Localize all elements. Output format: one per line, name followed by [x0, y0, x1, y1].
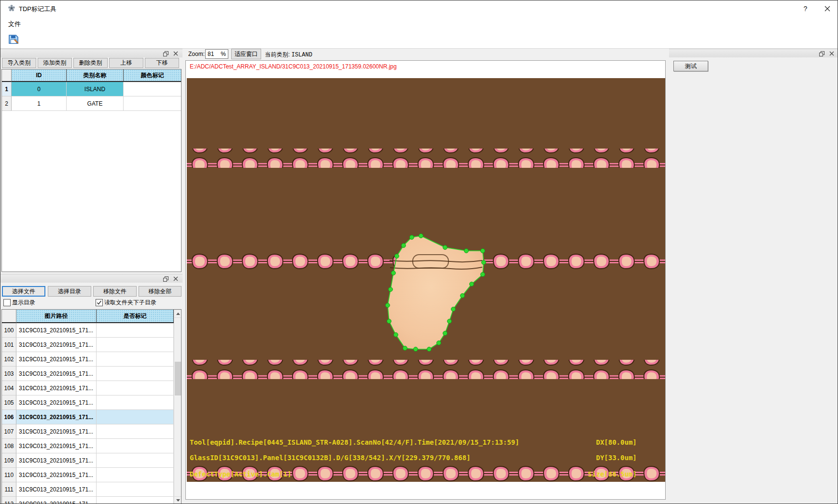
category-color-cell[interactable] — [124, 96, 181, 111]
category-row-header[interactable]: 2 — [2, 96, 12, 111]
close-panel-icon[interactable] — [172, 50, 179, 57]
close-panel-icon[interactable] — [828, 50, 835, 57]
file-path-cell[interactable]: 31C9C013_20210915_171... — [16, 367, 97, 381]
circuit-trace-row — [187, 149, 665, 168]
zoom-value: 81 — [208, 51, 214, 57]
category-dock-titlebar — [0, 49, 182, 57]
overlay-dx: DX[80.0um] — [596, 438, 637, 446]
menu-file[interactable]: 文件 — [4, 18, 25, 28]
col-header-name[interactable]: 类别名称 — [67, 69, 124, 82]
overlay-line1: Tool[eqpid].Recipe[0445_ISLAND_STR-A028]… — [190, 438, 519, 447]
current-category-label: 当前类别: ISLAND — [265, 51, 312, 59]
file-marked-cell[interactable] — [97, 468, 174, 482]
window-title: TDP标记工具 — [19, 5, 56, 14]
file-path-cell[interactable]: 31C9C013_20210915_171... — [16, 439, 97, 453]
category-id-cell[interactable]: 1 — [12, 96, 67, 111]
scroll-up-icon[interactable] — [174, 310, 182, 318]
close-icon — [824, 6, 830, 12]
file-path-cell[interactable]: 31C9C013_20210915_171... — [16, 381, 97, 395]
file-path-cell[interactable]: 31C9C013_20210915_171... — [16, 323, 97, 338]
read-subdir-label: 读取文件夹下子目录 — [104, 299, 156, 307]
zoom-input[interactable]: 81 % — [205, 49, 228, 59]
file-marked-cell[interactable] — [97, 352, 174, 367]
file-path-cell-selected[interactable]: 31C9C013_20210915_171... — [16, 410, 97, 424]
select-file-button[interactable]: 选择文件 — [2, 286, 45, 297]
category-name-cell[interactable]: ISLAND — [67, 82, 124, 96]
fit-window-button[interactable]: 适应窗口 — [231, 49, 261, 59]
file-path-cell[interactable]: 31C9C013_20210915_171... — [16, 424, 97, 439]
file-list-scrollbar[interactable] — [174, 310, 182, 504]
defect-image[interactable]: Tool[eqpid].Recipe[0445_ISLAND_STR-A028]… — [187, 78, 665, 482]
current-category-value: ISLAND — [292, 52, 312, 58]
file-path-cell[interactable]: 31C9C013_20210915_171... — [16, 482, 97, 497]
file-marked-cell[interactable] — [97, 338, 174, 352]
file-path-cell[interactable]: 31C9C013_20210915_171... — [16, 338, 97, 352]
float-panel-icon[interactable] — [162, 275, 169, 282]
file-row-header[interactable]: 107 — [2, 424, 16, 439]
close-panel-icon[interactable] — [172, 275, 179, 282]
app-window: TDP标记工具 ? 文件 导入类别 添加类别 删除类别 上移 下移 — [0, 0, 838, 504]
file-path-cell[interactable]: 31C9C013_20210915_171... — [16, 468, 97, 482]
remove-category-button[interactable]: 删除类别 — [73, 58, 108, 68]
file-marked-cell[interactable] — [97, 395, 174, 410]
file-marked-cell[interactable] — [97, 482, 174, 497]
float-panel-icon[interactable] — [818, 50, 825, 57]
category-color-cell[interactable] — [124, 82, 181, 96]
file-row-header[interactable]: 104 — [2, 381, 16, 395]
file-row-header[interactable]: 111 — [2, 482, 16, 497]
move-up-button[interactable]: 上移 — [109, 58, 143, 68]
file-path-cell[interactable]: 31C9C013_20210915_171... — [16, 352, 97, 367]
col-header-id[interactable]: ID — [12, 69, 67, 82]
checkbox-checked-icon — [96, 299, 103, 306]
file-row-header[interactable]: 102 — [2, 352, 16, 367]
add-category-button[interactable]: 添加类别 — [38, 58, 72, 68]
file-row-header[interactable]: 100 — [2, 323, 16, 338]
import-category-button[interactable]: 导入类别 — [2, 58, 36, 68]
move-down-button[interactable]: 下移 — [145, 58, 179, 68]
file-row-header[interactable]: 105 — [2, 395, 16, 410]
col-header-path[interactable]: 图片路径 — [16, 310, 97, 323]
file-marked-cell[interactable] — [97, 497, 174, 504]
test-button[interactable]: 测试 — [673, 61, 708, 71]
select-dir-button[interactable]: 选择目录 — [48, 286, 91, 297]
file-path-cell[interactable]: 31C9C013_20210915_171... — [16, 497, 97, 504]
category-row-header[interactable]: 1 — [2, 82, 12, 96]
file-marked-cell[interactable] — [97, 424, 174, 439]
remove-all-button[interactable]: 移除全部 — [139, 286, 182, 297]
float-panel-icon[interactable] — [162, 50, 169, 57]
category-id-cell[interactable]: 0 — [12, 82, 67, 96]
read-subdir-checkbox[interactable] — [96, 299, 103, 307]
zoom-label: Zoom: — [188, 51, 205, 57]
scrollbar-thumb[interactable] — [175, 362, 181, 395]
file-marked-cell[interactable] — [97, 381, 174, 395]
file-table-corner — [2, 310, 16, 323]
file-path-cell[interactable]: 31C9C013_20210915_171... — [16, 395, 97, 410]
file-path-cell[interactable]: 31C9C013_20210915_171... — [16, 453, 97, 468]
save-button[interactable] — [6, 32, 21, 46]
file-marked-cell[interactable] — [97, 367, 174, 381]
file-marked-cell[interactable] — [97, 453, 174, 468]
main-toolbar — [0, 30, 838, 49]
scroll-down-icon[interactable] — [174, 496, 182, 504]
zoom-unit: % — [221, 51, 226, 57]
file-row-header[interactable]: 109 — [2, 453, 16, 468]
col-header-color[interactable]: 颜色标记 — [124, 69, 181, 82]
file-row-header[interactable]: 101 — [2, 338, 16, 352]
category-name-cell[interactable]: GATE — [67, 96, 124, 111]
file-table: 图片路径 是否标记 100 31C9C013_20210915_171... 1… — [1, 309, 182, 504]
file-marked-cell[interactable] — [97, 439, 174, 453]
remove-file-button[interactable]: 移除文件 — [93, 286, 137, 297]
file-row-header[interactable]: 103 — [2, 367, 16, 381]
save-floppy-icon — [8, 33, 19, 45]
show-dir-label: 显示目录 — [12, 299, 35, 307]
checkbox-unchecked-icon — [3, 299, 11, 306]
col-header-marked[interactable]: 是否标记 — [97, 310, 174, 323]
file-row-header[interactable]: 112 — [2, 497, 16, 504]
help-button[interactable]: ? — [795, 0, 816, 16]
file-row-header[interactable]: 108 — [2, 439, 16, 453]
file-row-header-selected[interactable]: 106 — [2, 410, 16, 424]
file-marked-cell-selected[interactable] — [97, 410, 174, 424]
file-row-header[interactable]: 110 — [2, 468, 16, 482]
file-marked-cell[interactable] — [97, 323, 174, 338]
show-dir-checkbox[interactable] — [3, 299, 11, 308]
